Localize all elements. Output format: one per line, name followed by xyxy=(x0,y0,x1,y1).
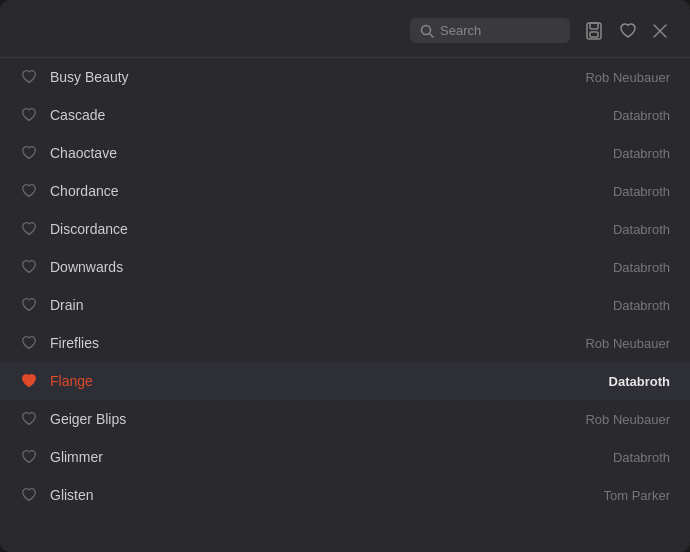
item-name: Cascade xyxy=(50,107,613,123)
list-item[interactable]: Downwards Databroth xyxy=(0,248,690,286)
item-author: Databroth xyxy=(613,146,670,161)
search-input[interactable] xyxy=(440,23,560,38)
item-name: Chaoctave xyxy=(50,145,613,161)
item-author: Rob Neubauer xyxy=(585,412,670,427)
item-author: Databroth xyxy=(613,108,670,123)
heart-empty-icon xyxy=(20,258,38,276)
list-item[interactable]: Drain Databroth xyxy=(0,286,690,324)
item-author: Databroth xyxy=(609,374,670,389)
list-item[interactable]: Glisten Tom Parker xyxy=(0,476,690,514)
heart-empty-icon xyxy=(20,220,38,238)
item-author: Databroth xyxy=(613,184,670,199)
heart-empty-icon xyxy=(20,144,38,162)
item-name: Busy Beauty xyxy=(50,69,585,85)
item-author: Rob Neubauer xyxy=(585,70,670,85)
list-item[interactable]: Geiger Blips Rob Neubauer xyxy=(0,400,690,438)
header-icons xyxy=(582,19,670,43)
item-author: Rob Neubauer xyxy=(585,336,670,351)
heart-empty-icon xyxy=(20,106,38,124)
heart-favorited-icon xyxy=(20,372,38,390)
list-item[interactable]: Cascade Databroth xyxy=(0,96,690,134)
search-container xyxy=(410,18,570,43)
list-item[interactable]: Glimmer Databroth xyxy=(0,438,690,476)
list-item[interactable]: Fireflies Rob Neubauer xyxy=(0,324,690,362)
item-name: Downwards xyxy=(50,259,613,275)
header xyxy=(0,0,690,57)
item-name: Discordance xyxy=(50,221,613,237)
items-list[interactable]: Busy Beauty Rob Neubauer Cascade Databro… xyxy=(0,58,690,552)
heart-empty-icon xyxy=(20,410,38,428)
favorites-button[interactable] xyxy=(616,19,640,43)
heart-icon xyxy=(618,21,638,41)
svg-line-1 xyxy=(430,33,434,37)
heart-empty-icon xyxy=(20,334,38,352)
save-icon xyxy=(584,21,604,41)
item-name: Drain xyxy=(50,297,613,313)
list-item[interactable]: Chaoctave Databroth xyxy=(0,134,690,172)
item-author: Databroth xyxy=(613,298,670,313)
svg-rect-3 xyxy=(590,23,598,29)
list-item[interactable]: Discordance Databroth xyxy=(0,210,690,248)
save-button[interactable] xyxy=(582,19,606,43)
item-name: Flange xyxy=(50,373,609,389)
heart-empty-icon xyxy=(20,296,38,314)
item-name: Geiger Blips xyxy=(50,411,585,427)
item-name: Glimmer xyxy=(50,449,613,465)
svg-rect-4 xyxy=(590,32,598,37)
item-name: Chordance xyxy=(50,183,613,199)
heart-empty-icon xyxy=(20,448,38,466)
list-item[interactable]: Flange Databroth xyxy=(0,362,690,400)
list-item[interactable]: Busy Beauty Rob Neubauer xyxy=(0,58,690,96)
item-author: Databroth xyxy=(613,222,670,237)
list-item[interactable]: Chordance Databroth xyxy=(0,172,690,210)
item-author: Databroth xyxy=(613,260,670,275)
item-name: Glisten xyxy=(50,487,604,503)
close-button[interactable] xyxy=(650,21,670,41)
item-author: Tom Parker xyxy=(604,488,670,503)
heart-empty-icon xyxy=(20,68,38,86)
modal: Busy Beauty Rob Neubauer Cascade Databro… xyxy=(0,0,690,552)
search-icon xyxy=(420,24,434,38)
heart-empty-icon xyxy=(20,486,38,504)
item-name: Fireflies xyxy=(50,335,585,351)
close-icon xyxy=(652,23,668,39)
heart-empty-icon xyxy=(20,182,38,200)
item-author: Databroth xyxy=(613,450,670,465)
